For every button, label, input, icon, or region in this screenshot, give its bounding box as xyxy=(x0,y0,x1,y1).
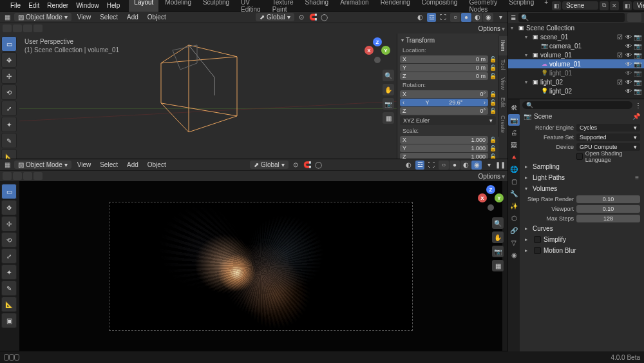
simplify-section[interactable]: ▸Simplify xyxy=(524,234,640,245)
npanel-tab-tool[interactable]: Tool xyxy=(498,55,507,74)
overlay-chip[interactable] xyxy=(13,25,22,32)
loc-x-field[interactable]: X0 m xyxy=(400,55,488,63)
physics-tab-icon[interactable]: ⬡ xyxy=(508,212,520,224)
gizmo-y-axis[interactable]: Y xyxy=(495,193,504,202)
gizmo-x-axis[interactable]: X xyxy=(478,193,487,202)
outliner-item[interactable]: ▾▣scene_01☑👁📷 xyxy=(508,32,644,41)
overlay-chip[interactable] xyxy=(23,172,32,180)
npanel-tab-view[interactable]: View xyxy=(498,74,507,93)
render-tab-icon[interactable]: 📷 xyxy=(508,114,520,126)
select-tool[interactable]: ▭ xyxy=(1,36,17,52)
hide-icon[interactable]: 👁 xyxy=(625,70,632,77)
output-tab-icon[interactable]: 🖨 xyxy=(508,126,520,138)
lock-icon[interactable]: 🔓 xyxy=(489,137,496,143)
scene-browse-icon[interactable]: ◧ xyxy=(552,1,561,10)
step-rate-field[interactable]: 0.10 xyxy=(576,195,640,203)
xray-icon[interactable]: ⛶ xyxy=(427,161,436,170)
rot-y-field[interactable]: Y29.6° xyxy=(400,99,488,106)
rotation-mode-dropdown[interactable]: XYZ Euler▾ xyxy=(400,116,496,125)
transform-tool[interactable]: ✦ xyxy=(1,264,17,280)
scale-tool[interactable]: ⤢ xyxy=(1,101,17,116)
rotate-tool[interactable]: ⟲ xyxy=(1,232,17,248)
disable-render-icon[interactable]: 📷 xyxy=(634,43,641,50)
menu-file[interactable]: File xyxy=(6,1,24,10)
menu-render[interactable]: Render xyxy=(43,1,72,10)
object-menu[interactable]: Object xyxy=(144,13,169,21)
disable-render-icon[interactable]: 📷 xyxy=(634,34,641,41)
viewlayer-browse-icon[interactable]: ◧ xyxy=(623,1,632,10)
render-engine-dropdown[interactable]: Cycles▾ xyxy=(576,124,640,132)
pan-icon[interactable]: ✋ xyxy=(492,231,504,243)
npanel-tab-item[interactable]: Item xyxy=(498,36,507,55)
gizmo-x-axis[interactable]: X xyxy=(365,46,374,55)
camera-view-icon[interactable]: 📷 xyxy=(492,246,504,257)
exclude-checkbox[interactable]: ☑ xyxy=(616,34,623,41)
rendered-shading-icon[interactable]: ◉ xyxy=(471,161,482,170)
proportional-icon[interactable]: ◯ xyxy=(320,13,329,22)
gizmo-toggle-icon[interactable]: ◐ xyxy=(404,161,413,170)
viewport-step-field[interactable]: 0.10 xyxy=(576,205,640,213)
scene-new-icon[interactable]: ⧉ xyxy=(600,1,609,10)
snap-icon[interactable]: 🧲 xyxy=(308,13,317,22)
hide-icon[interactable]: 👁 xyxy=(625,43,632,50)
scl-z-field[interactable]: Z1.000 xyxy=(400,153,488,159)
shading-options-icon[interactable]: ▾ xyxy=(496,13,505,22)
viewlayer-tab-icon[interactable]: 🖼 xyxy=(508,139,520,150)
matprev-shading-icon[interactable]: ◐ xyxy=(460,161,471,170)
npanel-tab-edit[interactable]: Edit xyxy=(498,93,507,112)
object-tab-icon[interactable]: ▢ xyxy=(508,175,520,187)
orientation-selector[interactable]: ⬈Global▾ xyxy=(250,161,289,169)
hide-icon[interactable]: 👁 xyxy=(625,34,632,41)
overlay-chip[interactable] xyxy=(13,172,22,180)
pivot-icon[interactable]: ⊙ xyxy=(297,13,306,22)
mode-selector[interactable]: ▧Object Mode▾ xyxy=(14,161,71,169)
particles-tab-icon[interactable]: ✨ xyxy=(508,200,520,211)
rendered-shading-icon[interactable]: ◉ xyxy=(483,13,493,22)
gizmo-z-axis[interactable]: Z xyxy=(373,37,382,46)
material-tab-icon[interactable]: ◉ xyxy=(508,249,520,260)
gizmo-toggle-icon[interactable]: ◐ xyxy=(415,13,424,22)
add-menu[interactable]: Add xyxy=(124,13,142,21)
hide-icon[interactable]: 👁 xyxy=(625,61,632,68)
lock-icon[interactable]: 🔓 xyxy=(489,91,496,97)
motionblur-checkbox[interactable] xyxy=(534,247,541,254)
viewport-options[interactable]: Options xyxy=(478,25,500,32)
osl-checkbox[interactable] xyxy=(576,153,583,160)
curves-section[interactable]: ▸Curves xyxy=(524,223,640,234)
measure-tool[interactable]: 📐 xyxy=(1,297,17,312)
overlay-chip[interactable] xyxy=(3,25,12,32)
scl-x-field[interactable]: X1.000 xyxy=(400,136,488,144)
modifiers-tab-icon[interactable]: 🔧 xyxy=(508,188,520,199)
solid-shading-icon[interactable]: ● xyxy=(461,13,471,22)
lock-icon[interactable]: 🔓 xyxy=(489,73,496,79)
lock-icon[interactable]: 🔓 xyxy=(489,153,496,159)
editor-type-icon[interactable]: ▦ xyxy=(3,161,12,170)
select-menu[interactable]: Select xyxy=(97,13,121,21)
matprev-shading-icon[interactable]: ◐ xyxy=(472,13,482,22)
properties-search[interactable]: 🔍 xyxy=(522,101,632,109)
wireframe-shading-icon[interactable]: ○ xyxy=(439,161,449,170)
loc-y-field[interactable]: Y0 m xyxy=(400,64,488,72)
nav-gizmo[interactable]: Z Y X xyxy=(365,37,390,63)
pin-icon[interactable]: 📌 xyxy=(632,113,640,120)
overlay-chip[interactable] xyxy=(33,25,43,32)
constraints-tab-icon[interactable]: 🔗 xyxy=(508,224,520,236)
lock-icon[interactable]: 🔓 xyxy=(489,145,496,152)
lock-icon[interactable]: 🔓 xyxy=(489,64,496,71)
object-menu[interactable]: Object xyxy=(144,161,169,169)
addcube-tool[interactable]: ▣ xyxy=(1,313,17,328)
outliner-item[interactable]: ▾▣volume_01☑👁📷 xyxy=(508,50,644,59)
rotate-tool[interactable]: ⟲ xyxy=(1,84,17,100)
hide-icon[interactable]: 👁 xyxy=(625,88,632,95)
world-tab-icon[interactable]: 🌐 xyxy=(508,163,520,175)
disable-render-icon[interactable]: 📷 xyxy=(634,79,641,86)
viewlayer-name-field[interactable]: ViewLayer xyxy=(633,1,644,10)
proportional-icon[interactable]: ◯ xyxy=(314,161,323,170)
disable-render-icon[interactable]: 📷 xyxy=(634,88,641,95)
zoom-icon[interactable]: 🔍 xyxy=(383,70,394,81)
motionblur-section[interactable]: ▸Motion Blur xyxy=(524,245,640,256)
cursor-tool[interactable]: ✥ xyxy=(1,200,17,215)
outliner-filter-icon[interactable] xyxy=(627,13,641,22)
viewport-canvas[interactable] xyxy=(19,34,397,159)
view-menu[interactable]: View xyxy=(74,13,95,21)
